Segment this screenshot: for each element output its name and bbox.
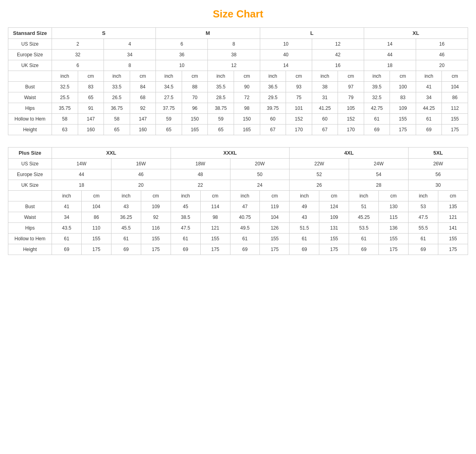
uk-14: 14	[260, 60, 312, 71]
units-row-1: inch cm inch cm inch cm inch cm inch cm …	[8, 71, 468, 82]
group-xxl: XXL	[52, 148, 171, 159]
group-s: S	[52, 28, 156, 39]
group-4xl: 4XL	[290, 148, 409, 159]
us-6: 6	[156, 39, 208, 50]
us-size-row-2: US Size 14W 16W 18W 20W 22W 24W 26W	[8, 159, 468, 169]
us-26w: 26W	[409, 159, 468, 169]
bust-4: 34.5	[156, 82, 182, 92]
bust-15: 104	[442, 82, 468, 92]
group-xxxl: XXXL	[171, 148, 290, 159]
bust-6: 35.5	[208, 82, 234, 92]
unit-4: inch	[156, 71, 182, 82]
uk-12: 12	[208, 60, 260, 71]
bust-label-2: Bust	[8, 201, 52, 212]
unit-2: inch	[104, 71, 130, 82]
unit-14: inch	[416, 71, 442, 82]
us-24w: 24W	[349, 159, 409, 169]
us-4: 4	[104, 39, 156, 50]
bust-9: 93	[286, 82, 312, 92]
standard-size-label: Stansard Size	[8, 28, 52, 39]
unit-5: cm	[182, 71, 208, 82]
plus-size-label: Plus Size	[8, 148, 52, 159]
group-m: M	[156, 28, 260, 39]
uk-size-label-2: UK Size	[8, 180, 52, 191]
bust-13: 100	[390, 82, 416, 92]
eu-40: 40	[260, 50, 312, 60]
uk-10: 10	[156, 60, 208, 71]
height-row-1: Height 63 160 65 160 65 165 65 165 67 17…	[8, 125, 468, 135]
bust-row-1: Bust 32.5 83 33.5 84 34.5 88 35.5 90 36.…	[8, 82, 468, 92]
eu-36: 36	[156, 50, 208, 60]
unit-3: cm	[130, 71, 156, 82]
unit-7: cm	[234, 71, 260, 82]
bust-2: 33.5	[104, 82, 130, 92]
bust-5: 88	[182, 82, 208, 92]
hips-label-2: Hips	[8, 223, 52, 234]
bust-14: 41	[416, 82, 442, 92]
eu-46: 46	[416, 50, 468, 60]
standard-size-table: Stansard Size S M L XL US Size 2 4 6 8 1…	[8, 27, 468, 135]
europe-size-row-1: Europe Size 32 34 36 38 40 42 44 46	[8, 50, 468, 60]
us-8: 8	[208, 39, 260, 50]
europe-size-label-1: Europe Size	[8, 50, 52, 60]
height-label-2: Height	[8, 244, 52, 255]
us-size-label-2: US Size	[8, 159, 52, 169]
unit-15: cm	[442, 71, 468, 82]
uk-20: 20	[416, 60, 468, 71]
uk-size-row-1: UK Size 6 8 10 12 14 16 18 20	[8, 60, 468, 71]
eu-42: 42	[312, 50, 364, 60]
bust-12: 39.5	[364, 82, 390, 92]
bust-3: 84	[130, 82, 156, 92]
us-20w: 20W	[230, 159, 290, 169]
plus-size-header-row: Plus Size XXL XXXL 4XL 5XL	[8, 148, 468, 159]
us-size-label-1: US Size	[8, 39, 52, 50]
unit-12: inch	[364, 71, 390, 82]
us-18w: 18W	[171, 159, 230, 169]
uk-8: 8	[104, 60, 156, 71]
units-row-2: inch cm inch cm inch cm inch cm inch cm …	[8, 191, 468, 201]
bust-10: 38	[312, 82, 338, 92]
waist-label-2: Waist	[8, 212, 52, 223]
hollow-to-hem-row-1: Hollow to Hem 58 147 58 147 59 150 59 15…	[8, 114, 468, 125]
bust-0: 32.5	[52, 82, 78, 92]
hips-label-1: Hips	[8, 103, 52, 114]
uk-6: 6	[52, 60, 104, 71]
unit-8: inch	[260, 71, 286, 82]
waist-row-2: Waist 34 86 36.25 92 38.5 98 40.75 104 4…	[8, 212, 468, 223]
us-2: 2	[52, 39, 104, 50]
eu-34: 34	[104, 50, 156, 60]
height-row-2: Height 69 175 69 175 69 175 69 175 69 17…	[8, 244, 468, 255]
us-16w: 16W	[111, 159, 171, 169]
unit-11: cm	[338, 71, 364, 82]
hollow-to-hem-label-1: Hollow to Hem	[8, 114, 52, 125]
hollow-to-hem-label-2: Hollow to Hem	[8, 234, 52, 244]
europe-size-row-2: Europe Size 44 46 48 50 52 54 56	[8, 169, 468, 180]
waist-row-1: Waist 25.5 65 26.5 68 27.5 70 28.5 72 29…	[8, 92, 468, 103]
bust-7: 90	[234, 82, 260, 92]
uk-18: 18	[364, 60, 416, 71]
hips-row-1: Hips 35.75 91 36.75 92 37.75 96 38.75 98…	[8, 103, 468, 114]
eu-38: 38	[208, 50, 260, 60]
page-title: Size Chart	[8, 8, 468, 20]
unit-6: inch	[208, 71, 234, 82]
bust-label-1: Bust	[8, 82, 52, 92]
waist-label-1: Waist	[8, 92, 52, 103]
hollow-to-hem-row-2: Hollow to Hem 61 155 61 155 61 155 61 15…	[8, 234, 468, 244]
group-xl: XL	[364, 28, 468, 39]
uk-size-row-2: UK Size 18 20 22 24 26 28 30	[8, 180, 468, 191]
bust-row-2: Bust 41 104 43 109 45 114 47 119 49 124 …	[8, 201, 468, 212]
us-size-row-1: US Size 2 4 6 8 10 12 14 16	[8, 39, 468, 50]
eu-32: 32	[52, 50, 104, 60]
uk-16: 16	[312, 60, 364, 71]
us-14: 14	[364, 39, 416, 50]
unit-1: cm	[78, 71, 104, 82]
unit-13: cm	[390, 71, 416, 82]
us-22w: 22W	[290, 159, 349, 169]
uk-size-label-1: UK Size	[8, 60, 52, 71]
bust-11: 97	[338, 82, 364, 92]
bust-1: 83	[78, 82, 104, 92]
us-10: 10	[260, 39, 312, 50]
us-12: 12	[312, 39, 364, 50]
unit-10: inch	[312, 71, 338, 82]
height-label-1: Height	[8, 125, 52, 135]
